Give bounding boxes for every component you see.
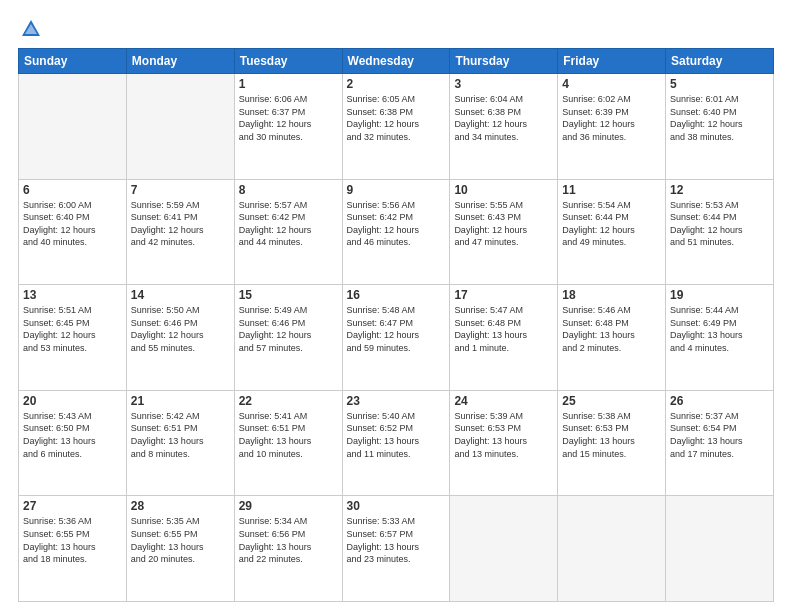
day-number: 10 <box>454 183 553 197</box>
day-number: 21 <box>131 394 230 408</box>
day-number: 12 <box>670 183 769 197</box>
day-number: 19 <box>670 288 769 302</box>
cal-cell: 22Sunrise: 5:41 AM Sunset: 6:51 PM Dayli… <box>234 390 342 496</box>
cell-info: Sunrise: 6:05 AM Sunset: 6:38 PM Dayligh… <box>347 93 446 143</box>
day-number: 25 <box>562 394 661 408</box>
day-number: 17 <box>454 288 553 302</box>
cal-cell: 16Sunrise: 5:48 AM Sunset: 6:47 PM Dayli… <box>342 285 450 391</box>
cell-info: Sunrise: 6:01 AM Sunset: 6:40 PM Dayligh… <box>670 93 769 143</box>
cal-cell: 26Sunrise: 5:37 AM Sunset: 6:54 PM Dayli… <box>666 390 774 496</box>
cell-info: Sunrise: 5:41 AM Sunset: 6:51 PM Dayligh… <box>239 410 338 460</box>
day-number: 15 <box>239 288 338 302</box>
cal-cell: 13Sunrise: 5:51 AM Sunset: 6:45 PM Dayli… <box>19 285 127 391</box>
week-row-1: 1Sunrise: 6:06 AM Sunset: 6:37 PM Daylig… <box>19 74 774 180</box>
cell-info: Sunrise: 5:55 AM Sunset: 6:43 PM Dayligh… <box>454 199 553 249</box>
cal-cell: 18Sunrise: 5:46 AM Sunset: 6:48 PM Dayli… <box>558 285 666 391</box>
day-number: 28 <box>131 499 230 513</box>
cell-info: Sunrise: 5:59 AM Sunset: 6:41 PM Dayligh… <box>131 199 230 249</box>
day-number: 22 <box>239 394 338 408</box>
col-header-monday: Monday <box>126 49 234 74</box>
cell-info: Sunrise: 5:47 AM Sunset: 6:48 PM Dayligh… <box>454 304 553 354</box>
cal-cell: 20Sunrise: 5:43 AM Sunset: 6:50 PM Dayli… <box>19 390 127 496</box>
day-number: 14 <box>131 288 230 302</box>
cal-cell: 27Sunrise: 5:36 AM Sunset: 6:55 PM Dayli… <box>19 496 127 602</box>
cal-cell: 1Sunrise: 6:06 AM Sunset: 6:37 PM Daylig… <box>234 74 342 180</box>
header <box>18 18 774 40</box>
cell-info: Sunrise: 5:51 AM Sunset: 6:45 PM Dayligh… <box>23 304 122 354</box>
week-row-4: 20Sunrise: 5:43 AM Sunset: 6:50 PM Dayli… <box>19 390 774 496</box>
cal-cell: 15Sunrise: 5:49 AM Sunset: 6:46 PM Dayli… <box>234 285 342 391</box>
day-number: 8 <box>239 183 338 197</box>
cal-cell: 24Sunrise: 5:39 AM Sunset: 6:53 PM Dayli… <box>450 390 558 496</box>
cell-info: Sunrise: 5:42 AM Sunset: 6:51 PM Dayligh… <box>131 410 230 460</box>
cell-info: Sunrise: 6:00 AM Sunset: 6:40 PM Dayligh… <box>23 199 122 249</box>
day-number: 30 <box>347 499 446 513</box>
day-number: 7 <box>131 183 230 197</box>
cal-cell: 5Sunrise: 6:01 AM Sunset: 6:40 PM Daylig… <box>666 74 774 180</box>
day-number: 16 <box>347 288 446 302</box>
day-header-row: SundayMondayTuesdayWednesdayThursdayFrid… <box>19 49 774 74</box>
week-row-3: 13Sunrise: 5:51 AM Sunset: 6:45 PM Dayli… <box>19 285 774 391</box>
day-number: 6 <box>23 183 122 197</box>
day-number: 23 <box>347 394 446 408</box>
cal-cell: 7Sunrise: 5:59 AM Sunset: 6:41 PM Daylig… <box>126 179 234 285</box>
cell-info: Sunrise: 6:02 AM Sunset: 6:39 PM Dayligh… <box>562 93 661 143</box>
cal-cell: 23Sunrise: 5:40 AM Sunset: 6:52 PM Dayli… <box>342 390 450 496</box>
day-number: 18 <box>562 288 661 302</box>
cal-cell: 21Sunrise: 5:42 AM Sunset: 6:51 PM Dayli… <box>126 390 234 496</box>
cell-info: Sunrise: 5:35 AM Sunset: 6:55 PM Dayligh… <box>131 515 230 565</box>
cal-cell: 3Sunrise: 6:04 AM Sunset: 6:38 PM Daylig… <box>450 74 558 180</box>
cell-info: Sunrise: 5:49 AM Sunset: 6:46 PM Dayligh… <box>239 304 338 354</box>
cal-cell: 4Sunrise: 6:02 AM Sunset: 6:39 PM Daylig… <box>558 74 666 180</box>
col-header-tuesday: Tuesday <box>234 49 342 74</box>
cell-info: Sunrise: 5:37 AM Sunset: 6:54 PM Dayligh… <box>670 410 769 460</box>
col-header-saturday: Saturday <box>666 49 774 74</box>
cell-info: Sunrise: 5:46 AM Sunset: 6:48 PM Dayligh… <box>562 304 661 354</box>
cal-cell: 10Sunrise: 5:55 AM Sunset: 6:43 PM Dayli… <box>450 179 558 285</box>
cal-cell <box>450 496 558 602</box>
cell-info: Sunrise: 5:39 AM Sunset: 6:53 PM Dayligh… <box>454 410 553 460</box>
cell-info: Sunrise: 5:56 AM Sunset: 6:42 PM Dayligh… <box>347 199 446 249</box>
cal-cell <box>666 496 774 602</box>
day-number: 24 <box>454 394 553 408</box>
cal-cell: 29Sunrise: 5:34 AM Sunset: 6:56 PM Dayli… <box>234 496 342 602</box>
cal-cell: 12Sunrise: 5:53 AM Sunset: 6:44 PM Dayli… <box>666 179 774 285</box>
cell-info: Sunrise: 6:06 AM Sunset: 6:37 PM Dayligh… <box>239 93 338 143</box>
week-row-5: 27Sunrise: 5:36 AM Sunset: 6:55 PM Dayli… <box>19 496 774 602</box>
cal-cell: 9Sunrise: 5:56 AM Sunset: 6:42 PM Daylig… <box>342 179 450 285</box>
day-number: 3 <box>454 77 553 91</box>
day-number: 2 <box>347 77 446 91</box>
week-row-2: 6Sunrise: 6:00 AM Sunset: 6:40 PM Daylig… <box>19 179 774 285</box>
cell-info: Sunrise: 6:04 AM Sunset: 6:38 PM Dayligh… <box>454 93 553 143</box>
day-number: 26 <box>670 394 769 408</box>
cal-cell: 17Sunrise: 5:47 AM Sunset: 6:48 PM Dayli… <box>450 285 558 391</box>
cell-info: Sunrise: 5:54 AM Sunset: 6:44 PM Dayligh… <box>562 199 661 249</box>
day-number: 27 <box>23 499 122 513</box>
cell-info: Sunrise: 5:34 AM Sunset: 6:56 PM Dayligh… <box>239 515 338 565</box>
cal-cell: 14Sunrise: 5:50 AM Sunset: 6:46 PM Dayli… <box>126 285 234 391</box>
day-number: 9 <box>347 183 446 197</box>
day-number: 29 <box>239 499 338 513</box>
cell-info: Sunrise: 5:48 AM Sunset: 6:47 PM Dayligh… <box>347 304 446 354</box>
cal-cell: 25Sunrise: 5:38 AM Sunset: 6:53 PM Dayli… <box>558 390 666 496</box>
cal-cell: 28Sunrise: 5:35 AM Sunset: 6:55 PM Dayli… <box>126 496 234 602</box>
cell-info: Sunrise: 5:43 AM Sunset: 6:50 PM Dayligh… <box>23 410 122 460</box>
day-number: 5 <box>670 77 769 91</box>
col-header-thursday: Thursday <box>450 49 558 74</box>
day-number: 11 <box>562 183 661 197</box>
page: SundayMondayTuesdayWednesdayThursdayFrid… <box>0 0 792 612</box>
cell-info: Sunrise: 5:38 AM Sunset: 6:53 PM Dayligh… <box>562 410 661 460</box>
logo <box>18 18 42 40</box>
col-header-wednesday: Wednesday <box>342 49 450 74</box>
cell-info: Sunrise: 5:33 AM Sunset: 6:57 PM Dayligh… <box>347 515 446 565</box>
cal-cell <box>558 496 666 602</box>
logo-icon <box>20 18 42 40</box>
day-number: 4 <box>562 77 661 91</box>
col-header-friday: Friday <box>558 49 666 74</box>
cal-cell: 11Sunrise: 5:54 AM Sunset: 6:44 PM Dayli… <box>558 179 666 285</box>
day-number: 13 <box>23 288 122 302</box>
cell-info: Sunrise: 5:36 AM Sunset: 6:55 PM Dayligh… <box>23 515 122 565</box>
cal-cell <box>19 74 127 180</box>
cell-info: Sunrise: 5:57 AM Sunset: 6:42 PM Dayligh… <box>239 199 338 249</box>
day-number: 1 <box>239 77 338 91</box>
